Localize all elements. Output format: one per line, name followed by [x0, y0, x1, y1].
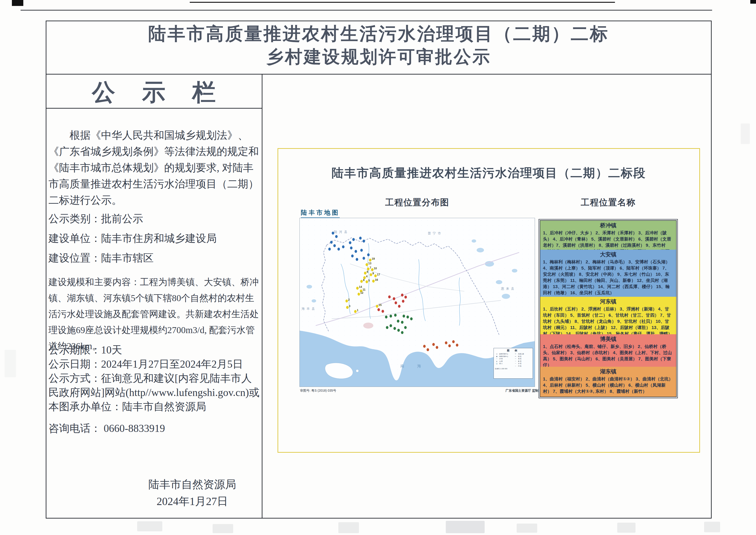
map-legend: 图 例 ◎县级行政中心◉镇级行政中心○乡 镇▲山 峰⚓港 口 ━高速公路═国 道… [493, 348, 533, 379]
legend-label: 省 道 [518, 357, 521, 360]
legend-symbol: ─ [514, 357, 517, 360]
map-section-heading: 工程位置分布图 [299, 197, 535, 208]
legend-row: ⚓港 口 [495, 362, 513, 365]
project-dot-qiaochong-green [385, 316, 387, 319]
project-dot-hudong-orange [456, 344, 458, 347]
scan-smudge [212, 524, 233, 533]
project-dot-daan-blue [333, 244, 336, 247]
project-dot-number: 6 [367, 270, 368, 273]
project-dot-daan-blue [351, 254, 354, 257]
town-items: 1、后冲村（冲仔、大乡 ） 2、禾潭村（禾潭村） 3、后冲村（陂头） 4、后冲村… [540, 229, 676, 250]
outer-top-rule [20, 10, 712, 11]
legend-symbol: ━ [514, 353, 517, 355]
town-section-bomei: 博美镇 1、点石村（松寿头、庵前、铺仔、新乡、旧乡） 2、仙桥村（桥头、仙家村）… [540, 334, 676, 367]
project-dot-hedong-yellow [376, 305, 378, 308]
project-dot-daan-blue [349, 241, 351, 244]
project-dot-daan-blue [363, 239, 365, 242]
project-dot-number: 14 [359, 285, 362, 289]
project-dot-daan-blue [342, 245, 345, 248]
map-approval-number: 审图号: 粤S (2018) 035号 [300, 389, 336, 393]
map-producer: 广东省国土资源厅 监制 [486, 389, 538, 393]
town-name: 河东镇 [540, 297, 676, 305]
legend-label: 乡 道 [518, 362, 521, 365]
project-dot-number: 9 [372, 272, 374, 275]
project-dot-hedong-yellow [371, 268, 374, 271]
legend-row: ▲山 峰 [495, 360, 513, 363]
project-dot-hudong-orange [436, 346, 438, 349]
town-items: 1、梅林利（梅林村） 2、梅林村（马赤毛） 3、安博村（石头湖） 4、南溪村（上… [540, 258, 676, 296]
project-dot-number: 10 [374, 267, 377, 270]
project-dot-number: 17 [377, 273, 380, 276]
project-dot-bomei-red [405, 296, 407, 298]
project-dot-hedong-yellow [346, 306, 349, 309]
legend-row: ◎县级行政中心 [495, 353, 513, 355]
legend-row: ◉镇级行政中心 [495, 355, 513, 358]
project-dot-qiaochong-green [406, 316, 409, 319]
legend-row: ━高速公路 [514, 353, 532, 355]
project-dot-bomei-red [388, 296, 391, 298]
legend-symbol: ┄ [514, 360, 517, 363]
legend-row: ═国 道 [514, 355, 532, 358]
legend-row: ～河 流 [514, 365, 532, 367]
project-location-list: 桥冲镇 1、后冲村（冲仔、大乡 ） 2、禾潭村（禾潭村） 3、后冲村（陂头） 4… [539, 219, 678, 398]
legend-symbol: ▲ [495, 360, 499, 363]
project-dot-hedong-yellow [366, 263, 368, 266]
project-dot-hedong-yellow [372, 280, 375, 283]
notice-build-location: 建设位置：陆丰市辖区 [48, 249, 261, 267]
legend-symbol: ⚓ [495, 362, 499, 365]
project-dot-qiaochong-green [393, 327, 396, 330]
project-dot-hedong-yellow [356, 287, 359, 290]
scan-smudge [617, 523, 635, 533]
legend-symbol: ◉ [495, 355, 499, 358]
project-dot-number: 12 [360, 291, 363, 295]
islet [356, 370, 359, 372]
project-dot-bomei-red [393, 297, 395, 300]
scan-smudge [517, 523, 537, 533]
project-dot-hedong-yellow [364, 271, 366, 275]
project-dot-hudong-orange [452, 340, 455, 343]
project-dot-qiaochong-green [394, 314, 397, 317]
project-dot-qiaochong-green [403, 315, 405, 318]
project-dot-qiaochong-green [410, 317, 413, 320]
neighbor-region-label: 普宁市 [428, 231, 443, 236]
project-dot-daan-blue [363, 257, 365, 260]
town-name: 桥冲镇 [540, 221, 676, 229]
project-dot-hudong-orange [423, 345, 426, 348]
scan-smudge [446, 521, 485, 533]
notice-method: 公示方式：征询意见和建议[内容见陆丰市人民政府网站]网站(http//www.l… [48, 371, 261, 414]
town-section-hedong: 河东镇 1、后坎村（五村） 2、浮洲村（后林） 3、浮洲村（新湖） 4、甘坑村（… [540, 297, 676, 334]
town-section-hudong: 湖东镇 1、曲清村（福安村） 2、曲清村（曲清村①②） 3、曲清村（北坑） 4、… [540, 367, 676, 397]
project-dot-number: 1 [357, 309, 358, 312]
legend-label: 县级行政中心 [499, 353, 508, 355]
notice-period: 公示期限：10天 [48, 343, 261, 357]
legend-label: 山 峰 [499, 360, 503, 363]
legend-label: 高速公路 [518, 353, 524, 355]
neighbor-region-label: 海丰县 [301, 307, 317, 311]
project-dot-daan-blue [335, 235, 338, 238]
scan-artifact-corner-right [750, 0, 756, 4]
notice-phone: 咨询电话： 0660-8833919 [48, 419, 261, 437]
project-dot-bomei-red [398, 305, 401, 308]
notice-signature-block: 陆丰市自然资源局 2024年1月27日 [48, 476, 261, 510]
notice-scope: 建设规模和主要内容：工程为博美镇、大安镇、桥冲镇、湖东镇、河东镇5个镇下辖80个… [48, 274, 261, 354]
legend-label: 乡 镇 [499, 357, 503, 360]
project-dot-bomei-red [378, 308, 380, 311]
signature-date: 2024年1月27日 [124, 493, 261, 510]
scan-artifact-topline [190, 2, 615, 3]
legend-title: 图 例 [495, 349, 532, 352]
project-dot-bomei-red [395, 301, 397, 304]
project-dot-number: 3 [349, 304, 350, 308]
signature-org: 陆丰市自然资源局 [124, 476, 261, 493]
legend-right-column: ━高速公路═国 道─省 道┄县 道┈乡 道～河 流 [514, 353, 532, 367]
project-dot-number: 5 [368, 279, 370, 282]
legend-label: 镇级行政中心 [499, 355, 508, 358]
county-boundary [322, 238, 499, 336]
project-dot-daan-blue [360, 249, 363, 252]
project-dot-hudong-orange [432, 343, 435, 346]
scan-smudge [338, 522, 359, 533]
project-dot-number: 8 [363, 278, 365, 282]
legend-scale: 比例尺 1:150 000 [495, 368, 532, 370]
project-dot-number: 16 [375, 278, 378, 281]
project-dot-hedong-yellow [369, 259, 372, 262]
legend-symbol: ◎ [495, 353, 499, 355]
